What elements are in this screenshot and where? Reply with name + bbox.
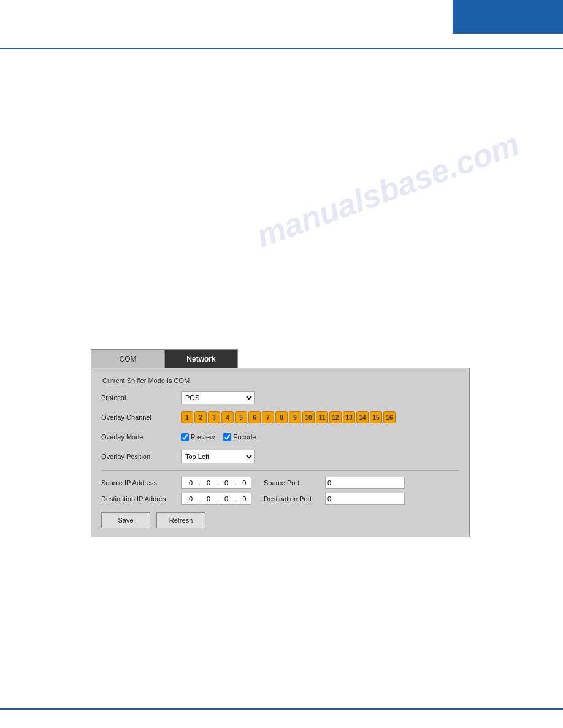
tab-com[interactable]: COM bbox=[91, 349, 164, 368]
overlay-position-select[interactable]: Top Left Top Right Bottom Left Bottom Ri… bbox=[181, 450, 255, 463]
tab-bar: COM Network bbox=[91, 349, 470, 368]
dest-port-input[interactable] bbox=[325, 493, 405, 505]
overlay-channel-label: Overlay Channel bbox=[101, 414, 181, 421]
save-button[interactable]: Save bbox=[101, 512, 150, 528]
channel-btn-11[interactable]: 11 bbox=[316, 411, 328, 423]
dest-ip-label: Destination IP Addres bbox=[101, 495, 181, 502]
dest-ip-dot-2: . bbox=[216, 495, 218, 502]
protocol-label: Protocol bbox=[101, 394, 181, 401]
panel-body: Current Sniffer Mode Is COM Protocol POS… bbox=[91, 368, 470, 537]
source-ip-row: Source IP Address . . . Source Port bbox=[101, 477, 459, 489]
channel-btn-16[interactable]: 16 bbox=[383, 411, 396, 423]
channel-btn-9[interactable]: 9 bbox=[289, 411, 301, 423]
source-port-label: Source Port bbox=[264, 479, 325, 487]
encode-checkbox-group: Encode bbox=[223, 433, 256, 441]
source-ip-octet-1[interactable] bbox=[184, 479, 197, 487]
footer-bar bbox=[0, 708, 563, 710]
preview-label: Preview bbox=[191, 433, 215, 441]
source-ip-dot-3: . bbox=[234, 479, 236, 487]
overlay-mode-area: Preview Encode bbox=[181, 433, 261, 441]
sniffer-mode-text: Current Sniffer Mode Is COM bbox=[101, 377, 459, 384]
source-ip-octet-2[interactable] bbox=[202, 479, 215, 487]
channel-btn-3[interactable]: 3 bbox=[208, 411, 220, 423]
channel-btn-6[interactable]: 6 bbox=[248, 411, 261, 423]
source-ip-field: . . . bbox=[181, 477, 251, 489]
dest-ip-dot-3: . bbox=[234, 495, 236, 502]
dest-port-label: Destination Port bbox=[264, 495, 325, 502]
encode-checkbox[interactable] bbox=[223, 433, 231, 441]
tab-network[interactable]: Network bbox=[164, 349, 238, 368]
overlay-mode-row: Overlay Mode Preview Encode bbox=[101, 430, 459, 444]
source-ip-label: Source IP Address bbox=[101, 479, 181, 487]
divider bbox=[101, 470, 459, 471]
watermark: manualsbase.com bbox=[251, 126, 524, 255]
dest-ip-row: Destination IP Addres . . . Destination … bbox=[101, 493, 459, 505]
channel-btn-7[interactable]: 7 bbox=[262, 411, 274, 423]
source-ip-dot-1: . bbox=[199, 479, 201, 487]
dest-ip-dot-1: . bbox=[199, 495, 201, 502]
preview-checkbox[interactable] bbox=[181, 433, 189, 441]
channel-btn-4[interactable]: 4 bbox=[221, 411, 234, 423]
refresh-button[interactable]: Refresh bbox=[156, 512, 205, 528]
channel-btn-14[interactable]: 14 bbox=[356, 411, 369, 423]
protocol-row: Protocol POS bbox=[101, 390, 459, 405]
dest-ip-field: . . . bbox=[181, 493, 251, 505]
header-bar bbox=[0, 0, 563, 49]
channel-btn-5[interactable]: 5 bbox=[235, 411, 247, 423]
dest-ip-octet-3[interactable] bbox=[220, 495, 233, 502]
channel-btn-15[interactable]: 15 bbox=[370, 411, 382, 423]
source-ip-octet-4[interactable] bbox=[237, 479, 251, 487]
channel-btn-8[interactable]: 8 bbox=[275, 411, 288, 423]
overlay-position-label: Overlay Position bbox=[101, 453, 181, 460]
dest-ip-octet-2[interactable] bbox=[202, 495, 215, 502]
dest-ip-octet-1[interactable] bbox=[184, 495, 197, 502]
button-row: Save Refresh bbox=[101, 512, 459, 528]
source-port-input[interactable] bbox=[325, 477, 405, 489]
main-panel: COM Network Current Sniffer Mode Is COM … bbox=[91, 349, 470, 537]
overlay-channel-row: Overlay Channel 1 2 3 4 5 6 7 8 9 10 11 … bbox=[101, 410, 459, 425]
channel-btn-10[interactable]: 10 bbox=[302, 411, 315, 423]
channel-btn-2[interactable]: 2 bbox=[194, 411, 207, 423]
dest-ip-octet-4[interactable] bbox=[237, 495, 251, 502]
channel-btn-1[interactable]: 1 bbox=[181, 411, 193, 423]
header-blue-block bbox=[453, 0, 563, 34]
overlay-mode-label: Overlay Mode bbox=[101, 433, 181, 441]
source-ip-dot-2: . bbox=[216, 479, 218, 487]
channel-btn-12[interactable]: 12 bbox=[329, 411, 342, 423]
preview-checkbox-group: Preview bbox=[181, 433, 215, 441]
encode-label: Encode bbox=[233, 433, 256, 441]
channel-btn-13[interactable]: 13 bbox=[343, 411, 355, 423]
channel-buttons: 1 2 3 4 5 6 7 8 9 10 11 12 13 14 15 16 bbox=[181, 411, 396, 423]
source-ip-octet-3[interactable] bbox=[220, 479, 233, 487]
overlay-position-row: Overlay Position Top Left Top Right Bott… bbox=[101, 449, 459, 464]
protocol-select[interactable]: POS bbox=[181, 391, 255, 404]
